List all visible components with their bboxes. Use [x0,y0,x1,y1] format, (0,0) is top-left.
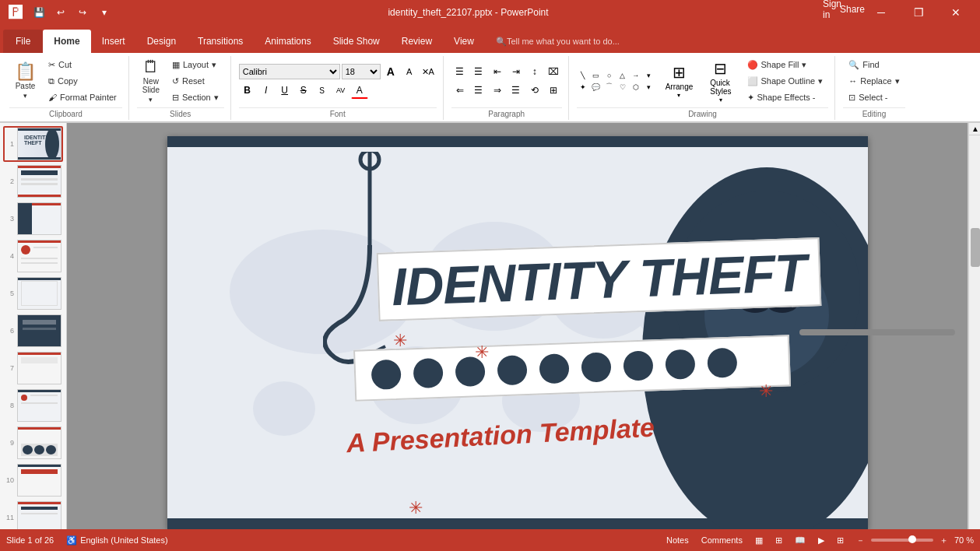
align-right-btn[interactable]: ⇒ [489,82,506,99]
copy-button[interactable]: ⧉ Copy [43,73,122,89]
decrease-font-btn[interactable]: A [401,63,418,80]
zoom-slider[interactable] [871,539,933,542]
tab-transitions[interactable]: Transitions [187,30,254,53]
tab-slideshow[interactable]: Slide Show [322,30,391,53]
quick-styles-button[interactable]: ⊟ QuickStyles ▾ [703,57,738,106]
signin-btn[interactable]: Sign in [823,0,841,19]
slide-thumb-3[interactable]: 3 [3,201,63,237]
text-direction-btn[interactable]: ⟲ [526,82,543,99]
numbering-btn[interactable]: ☰ [470,63,487,80]
scrollbar-thumb[interactable] [971,228,980,267]
reset-button[interactable]: ↺ Reset [167,73,224,89]
shape-curve-btn[interactable]: ⌒ [603,82,616,93]
cut-button[interactable]: ✂ Cut [43,57,122,72]
notes-button[interactable]: Notes [663,534,692,546]
slide-thumb-2[interactable]: 2 [3,163,63,199]
find-button[interactable]: 🔍 Find [843,57,904,72]
columns-btn[interactable]: ⌧ [545,63,562,80]
slideshow-btn[interactable]: ▶ [815,534,827,547]
shape-more2-btn[interactable]: ▾ [643,82,655,93]
font-name-select[interactable]: Calibri [239,64,340,79]
format-painter-button[interactable]: 🖌 Format Painter [43,89,122,105]
slide-thumb-4[interactable]: 4 [3,238,63,274]
bullets-btn[interactable]: ☰ [451,63,469,80]
shape-rect-btn[interactable]: ▭ [590,70,602,81]
tab-insert[interactable]: Insert [91,30,136,53]
zoom-out-btn[interactable]: － [853,533,868,548]
canvas-area[interactable]: IDENTITY THEFT A Presentation Template ✳… [67,123,968,542]
slide-thumb-5[interactable]: 5 [3,276,63,311]
shape-star-btn[interactable]: ✦ [577,82,589,93]
tab-design[interactable]: Design [136,30,187,53]
vertical-scrollbar[interactable]: ▲ ▼ [968,123,980,542]
comments-button[interactable]: Comments [698,534,746,546]
select-button[interactable]: ⊡ Select - [843,89,904,105]
bold-btn[interactable]: B [239,82,256,99]
char-spacing-btn[interactable]: AV [332,82,349,99]
paste-button[interactable]: 📋 Paste ▾ [9,60,41,102]
font-color-btn[interactable]: A [351,82,368,99]
redo-quick-btn[interactable]: ↪ [73,3,92,22]
slide-thumb-10[interactable]: 10 [3,462,63,498]
new-slide-button[interactable]: 🗒 NewSlide ▾ [137,56,165,106]
shape-fill-button[interactable]: 🔴 Shape Fill ▾ [742,57,829,72]
layout-button[interactable]: ▦ Layout ▾ [167,57,224,72]
undo-quick-btn[interactable]: ↩ [51,3,70,22]
underline-btn[interactable]: U [276,82,293,99]
section-button[interactable]: ⊟ Section ▾ [167,89,224,105]
tab-review[interactable]: Review [391,30,443,53]
slide-thumb-6[interactable]: 6 [3,313,63,349]
arrange-button[interactable]: ⊞ Arrange ▾ [659,61,701,101]
tab-animations[interactable]: Animations [254,30,321,53]
slide-canvas[interactable]: IDENTITY THEFT A Presentation Template ✳… [167,136,868,529]
shape-ellipse-btn[interactable]: ○ [603,70,616,81]
close-btn[interactable]: ✕ [938,0,974,25]
slide-panel[interactable]: 1 IDENTITY THEFT 2 [0,123,67,542]
tab-home[interactable]: Home [43,30,90,53]
share-btn[interactable]: Share [843,0,862,19]
shape-heart-btn[interactable]: ♡ [616,82,629,93]
increase-font-btn[interactable]: A [382,63,399,80]
save-quick-btn[interactable]: 💾 [30,3,48,22]
slide-thumb-1[interactable]: 1 IDENTITY THEFT [3,126,63,162]
slide-sorter-btn[interactable]: ⊞ [772,534,785,547]
slide-thumb-8[interactable]: 8 [3,388,63,423]
drawing-label: Drawing [577,107,829,120]
strikethrough-btn[interactable]: S [295,82,312,99]
slide-thumb-9[interactable]: 9 [3,425,63,461]
normal-view-btn[interactable]: ▦ [752,534,766,547]
slide-thumb-7[interactable]: 7 [3,350,63,386]
increase-indent-btn[interactable]: ⇥ [508,63,525,80]
shape-outline-button[interactable]: ⬜ Shape Outline ▾ [742,73,829,89]
replace-button[interactable]: ↔ Replace ▾ [843,73,904,89]
minimize-btn[interactable]: ─ [863,0,899,25]
shape-line-btn[interactable]: ╲ [577,70,589,81]
tab-view[interactable]: View [443,30,485,53]
align-left-btn[interactable]: ⇐ [451,82,469,99]
font-size-select[interactable]: 18 [342,64,381,79]
tab-help[interactable]: 🔍 Tell me what you want to do... [485,30,631,53]
italic-btn[interactable]: I [258,82,275,99]
language-indicator[interactable]: ♿ English (United States) [66,535,168,546]
fit-btn[interactable]: ⊞ [834,534,847,547]
smart-art-btn[interactable]: ⊞ [545,82,562,99]
shape-custom-btn[interactable]: ⬡ [630,82,642,93]
align-center-btn[interactable]: ☰ [470,82,487,99]
reading-view-btn[interactable]: 📖 [792,534,809,547]
justify-btn[interactable]: ☰ [508,82,525,99]
shape-effects-button[interactable]: ✦ Shape Effects - [742,89,829,105]
decrease-indent-btn[interactable]: ⇤ [489,63,506,80]
customize-quick-btn[interactable]: ▾ [95,3,114,22]
shape-arrow-btn[interactable]: → [630,70,642,81]
clear-format-btn[interactable]: ✕A [420,63,437,80]
shape-callout-btn[interactable]: 💬 [590,82,602,93]
tab-file[interactable]: File [3,30,43,53]
zoom-in-btn[interactable]: ＋ [936,533,951,548]
line-spacing-btn[interactable]: ↕ [526,63,543,80]
shape-more-btn[interactable]: ▾ [643,70,655,81]
shape-triangle-btn[interactable]: △ [616,70,629,81]
shadow-btn[interactable]: S [314,82,331,99]
scrollbar-up-btn[interactable]: ▲ [969,123,980,135]
restore-btn[interactable]: ❒ [901,0,936,25]
canvas-scrollbar[interactable] [799,329,955,335]
